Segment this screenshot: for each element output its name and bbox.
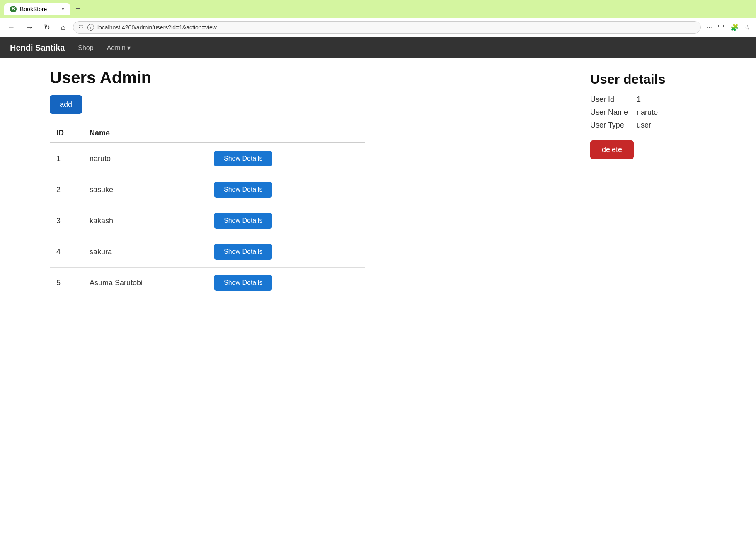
row-name: Asuma Sarutobi [83,268,207,299]
add-user-button[interactable]: add [50,95,82,114]
tab-title: BookStore [20,6,47,12]
row-id: 4 [50,236,83,268]
dropdown-arrow-icon: ▾ [127,44,131,52]
col-id-header: ID [50,124,83,143]
show-details-button[interactable]: Show Details [214,213,272,229]
app-header: Hendi Santika Shop Admin ▾ [0,37,756,58]
user-id-label: User Id [590,95,632,104]
col-action-header [207,124,365,143]
page-title: Users Admin [50,68,570,87]
row-id: 2 [50,174,83,205]
user-details-title: User details [590,72,706,87]
nav-extras: ··· 🛡 🧩 ☆ [705,22,752,33]
row-id: 3 [50,205,83,236]
main-content: Users Admin add ID Name 1narutoShow Deta… [0,58,756,308]
url-text: localhost:4200/admin/users?id=1&action=v… [97,24,695,31]
reload-button[interactable]: ↻ [41,21,53,34]
nav-bar: ← → ↻ ⌂ 🛡 i localhost:4200/admin/users?i… [0,18,756,37]
row-name: kakashi [83,205,207,236]
extensions-icon[interactable]: 🧩 [729,22,740,33]
forward-button[interactable]: → [22,22,36,34]
tab-favicon: B [10,6,17,12]
show-details-button[interactable]: Show Details [214,182,272,198]
user-type-label: User Type [590,121,632,130]
row-id: 1 [50,143,83,174]
row-name: sakura [83,236,207,268]
back-button[interactable]: ← [4,22,18,34]
delete-button[interactable]: delete [590,140,634,159]
show-details-button[interactable]: Show Details [214,151,272,166]
app-brand: Hendi Santika [10,43,65,53]
table-row: 3kakashiShow Details [50,205,365,236]
row-action: Show Details [207,236,365,268]
row-action: Show Details [207,205,365,236]
table-row: 1narutoShow Details [50,143,365,174]
user-id-row: User Id 1 [590,95,706,104]
row-id: 5 [50,268,83,299]
users-table: ID Name 1narutoShow Details2sasukeShow D… [50,124,365,298]
close-tab-button[interactable]: × [61,6,65,12]
show-details-button[interactable]: Show Details [214,244,272,260]
row-name: naruto [83,143,207,174]
row-action: Show Details [207,268,365,299]
shop-nav-link[interactable]: Shop [78,44,93,52]
bookmark-icon[interactable]: ☆ [743,22,752,33]
more-button[interactable]: ··· [705,22,714,33]
user-type-value: user [637,121,651,130]
col-name-header: Name [83,124,207,143]
tab-bar: B BookStore × + [4,2,84,15]
table-row: 4sakuraShow Details [50,236,365,268]
right-section: User details User Id 1 User Name naruto … [590,68,706,298]
table-row: 5Asuma SarutobiShow Details [50,268,365,299]
home-button[interactable]: ⌂ [58,22,69,34]
table-header-row: ID Name [50,124,365,143]
user-name-row: User Name naruto [590,108,706,117]
url-bar[interactable]: 🛡 i localhost:4200/admin/users?id=1&acti… [73,21,701,34]
left-section: Users Admin add ID Name 1narutoShow Deta… [50,68,570,298]
row-name: sasuke [83,174,207,205]
admin-nav-dropdown[interactable]: Admin ▾ [107,44,131,52]
user-type-row: User Type user [590,121,706,130]
url-info-icon: i [87,24,94,31]
admin-nav-label: Admin [107,44,126,52]
url-shield-icon: 🛡 [78,24,84,31]
active-tab[interactable]: B BookStore × [4,3,70,15]
table-row: 2sasukeShow Details [50,174,365,205]
browser-chrome: B BookStore × + [0,0,756,18]
show-details-button[interactable]: Show Details [214,275,272,291]
new-tab-button[interactable]: + [72,2,84,15]
row-action: Show Details [207,143,365,174]
user-id-value: 1 [637,95,641,104]
user-name-value: naruto [637,108,658,117]
row-action: Show Details [207,174,365,205]
user-name-label: User Name [590,108,632,117]
pocket-icon[interactable]: 🛡 [716,22,726,33]
